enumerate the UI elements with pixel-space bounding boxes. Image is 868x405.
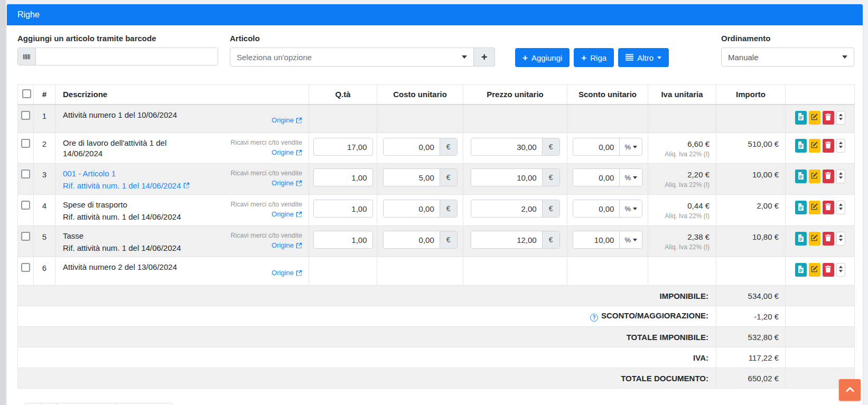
- unit-discount-input[interactable]: [573, 138, 619, 155]
- unit-cost-input[interactable]: [384, 138, 440, 155]
- row-checkbox[interactable]: [21, 232, 30, 241]
- document-icon: [798, 234, 804, 243]
- aggiungi-button[interactable]: + Aggiungi: [515, 48, 570, 67]
- row-delete-button[interactable]: [823, 139, 834, 153]
- row-edit-button[interactable]: [809, 201, 820, 214]
- row-vat-amount: 6,60 €: [651, 139, 710, 148]
- summary-label: TOTALE DOCUMENTO:: [621, 374, 708, 383]
- discount-type-dropdown[interactable]: %: [619, 231, 642, 248]
- unit-discount-input[interactable]: [573, 231, 619, 248]
- aggiorna-prezzi-button[interactable]: Aggiorna prezzi: [116, 403, 172, 405]
- articolo-label: Articolo: [230, 34, 495, 43]
- row-reference: Rif. attività num. 1 del 14/06/2024: [63, 243, 202, 253]
- chevron-down-icon: [633, 176, 637, 179]
- row-checkbox[interactable]: [21, 169, 30, 178]
- origin-link[interactable]: Origine: [272, 148, 302, 156]
- header-num: #: [34, 85, 55, 105]
- qty-input[interactable]: [313, 138, 373, 156]
- row-delete-button[interactable]: [823, 169, 834, 183]
- row-detail-button[interactable]: [795, 232, 807, 246]
- summary-value: 117,22 €: [716, 347, 786, 368]
- summary-value: -1,20 €: [716, 306, 786, 327]
- trash-icon: [825, 172, 831, 181]
- row-edit-button[interactable]: [809, 232, 820, 246]
- add-article-button[interactable]: +: [474, 48, 495, 67]
- row-edit-button[interactable]: [809, 263, 820, 277]
- row-edit-button[interactable]: [809, 169, 820, 183]
- row-description: Spese di trasporto: [63, 200, 202, 210]
- row-detail-button[interactable]: [795, 169, 807, 183]
- help-icon[interactable]: ?: [590, 314, 598, 322]
- table-header-row: # Descrizione Q.tà Costo unitario Prezzo…: [18, 85, 855, 105]
- row-sort-handle[interactable]: [836, 139, 845, 153]
- qty-input[interactable]: [313, 168, 373, 186]
- summary-row: TOTALE IMPONIBILE: 532,80 €: [18, 327, 855, 347]
- duplicate-rows-button[interactable]: [24, 403, 42, 405]
- unit-cost-input[interactable]: [384, 231, 440, 248]
- row-checkbox[interactable]: [21, 263, 30, 272]
- discount-type-dropdown[interactable]: %: [619, 169, 642, 186]
- row-sort-handle[interactable]: [836, 232, 845, 246]
- unit-discount-input[interactable]: [573, 200, 619, 217]
- articolo-select[interactable]: Seleziona un'opzione: [230, 48, 474, 67]
- qty-input[interactable]: [313, 200, 373, 218]
- barcode-input[interactable]: [36, 48, 218, 65]
- row-sort-handle[interactable]: [836, 111, 845, 125]
- select-all-checkbox[interactable]: [22, 89, 31, 98]
- altro-dropdown-button[interactable]: Altro: [618, 48, 669, 67]
- row-detail-button[interactable]: [795, 139, 807, 153]
- discount-type-dropdown[interactable]: %: [619, 138, 642, 155]
- currency-addon: €: [542, 231, 559, 248]
- up-down-arrows-icon: [838, 203, 843, 212]
- unit-cost-input[interactable]: [384, 200, 440, 217]
- row-delete-button[interactable]: [823, 201, 834, 214]
- row-sort-handle[interactable]: [836, 169, 845, 183]
- unit-price-input[interactable]: [471, 200, 542, 217]
- row-delete-button[interactable]: [823, 111, 834, 125]
- discount-type-dropdown[interactable]: %: [619, 200, 642, 217]
- table-row: 3 001 - Articolo 1 Rif. attività num. 1 …: [18, 164, 855, 195]
- unit-price-input[interactable]: [471, 169, 542, 186]
- document-icon: [798, 113, 804, 122]
- chevron-down-icon: [462, 55, 467, 59]
- ordinamento-select[interactable]: Manuale: [721, 48, 854, 67]
- unit-price-input[interactable]: [471, 138, 542, 155]
- origin-link[interactable]: Origine: [272, 179, 302, 187]
- pencil-icon: [811, 142, 818, 150]
- origin-link[interactable]: Origine: [272, 116, 302, 124]
- barcode-icon: [18, 48, 36, 65]
- row-edit-button[interactable]: [809, 111, 820, 125]
- riga-button[interactable]: + Riga: [574, 48, 614, 67]
- row-delete-button[interactable]: [823, 232, 834, 246]
- row-checkbox[interactable]: [21, 139, 30, 148]
- trash-icon: [825, 114, 831, 122]
- up-down-arrows-icon: [838, 234, 843, 243]
- header-actions: [786, 85, 855, 105]
- currency-addon: €: [542, 169, 559, 186]
- row-checkbox[interactable]: [21, 201, 30, 210]
- row-detail-button[interactable]: [795, 263, 807, 277]
- header-prezzo-unitario: Prezzo unitario: [463, 85, 567, 105]
- unit-price-input[interactable]: [471, 231, 542, 248]
- row-checkbox[interactable]: [21, 111, 30, 120]
- header-iva-unitaria: Iva unitaria: [648, 85, 716, 105]
- row-edit-button[interactable]: [809, 139, 820, 153]
- row-detail-button[interactable]: [795, 111, 807, 125]
- document-icon: [798, 172, 804, 181]
- summary-row: ?SCONTO/MAGGIORAZIONE: -1,20 €: [18, 306, 855, 327]
- origin-link[interactable]: Origine: [272, 241, 302, 249]
- origin-link[interactable]: Origine: [272, 210, 302, 218]
- origin-link[interactable]: Origine: [272, 269, 302, 277]
- currency-addon: €: [440, 231, 457, 248]
- delete-rows-button[interactable]: [41, 403, 58, 405]
- unit-cost-input[interactable]: [384, 169, 440, 186]
- row-detail-button[interactable]: [795, 201, 807, 214]
- unit-discount-input[interactable]: [573, 169, 619, 186]
- row-sort-handle[interactable]: [836, 263, 845, 277]
- row-delete-button[interactable]: [823, 263, 834, 277]
- confronta-prezzi-button[interactable]: Confronta prezzi: [57, 403, 116, 405]
- row-sort-handle[interactable]: [836, 201, 845, 214]
- qty-input[interactable]: [313, 231, 373, 249]
- scroll-to-top-button[interactable]: [839, 379, 861, 401]
- summary-label: SCONTO/MAGGIORAZIONE:: [601, 311, 708, 320]
